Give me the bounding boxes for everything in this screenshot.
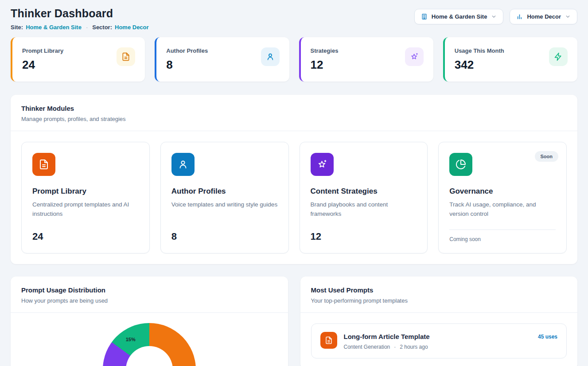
stat-value: 24 bbox=[22, 58, 63, 72]
module-title: Content Strategies bbox=[311, 187, 417, 196]
modules-subtitle: Manage prompts, profiles, and strategies bbox=[21, 116, 567, 122]
module-title: Governance bbox=[449, 187, 556, 196]
stat-card-strategies: Strategies 12 bbox=[299, 37, 433, 82]
chart-body: 15% bbox=[11, 323, 288, 366]
site-selector-label: Home & Garden Site bbox=[432, 13, 487, 20]
title-block: Thinker Dashboard Site: Home & Garden Si… bbox=[11, 7, 149, 31]
most-used-header: Most Used Prompts Your top-performing pr… bbox=[300, 276, 578, 313]
dashboard-page: Thinker Dashboard Site: Home & Garden Si… bbox=[0, 0, 588, 366]
sector-link[interactable]: Home Decor bbox=[115, 24, 149, 31]
separator-dot: · bbox=[86, 24, 88, 31]
prompts-body: Long-form Article Template Content Gener… bbox=[300, 313, 578, 366]
meta-separator: · bbox=[394, 344, 396, 350]
module-description: Track AI usage, compliance, and version … bbox=[449, 200, 556, 219]
module-description: Brand playbooks and content frameworks bbox=[311, 200, 417, 219]
bottom-row: Prompt Usage Distribution How your promp… bbox=[11, 276, 577, 366]
module-divider bbox=[449, 230, 556, 230]
building-icon bbox=[421, 13, 428, 20]
stat-card-author-profiles: Author Profiles 8 bbox=[155, 37, 289, 82]
module-card-content-strategies[interactable]: Content Strategies Brand playbooks and c… bbox=[300, 142, 428, 253]
module-count: 12 bbox=[311, 231, 417, 242]
list-item-prompt[interactable]: Long-form Article Template Content Gener… bbox=[311, 323, 567, 358]
prompt-usage-header: Prompt Usage Distribution How your promp… bbox=[11, 276, 288, 313]
stat-label: Strategies bbox=[311, 47, 339, 54]
stat-label: Prompt Library bbox=[22, 47, 63, 54]
prompt-uses-badge: 45 uses bbox=[538, 334, 557, 340]
most-used-title: Most Used Prompts bbox=[311, 286, 567, 294]
prompt-usage-title: Prompt Usage Distribution bbox=[21, 286, 277, 294]
prompt-meta: Content Generation · 2 hours ago bbox=[344, 344, 430, 350]
user-icon bbox=[261, 47, 280, 66]
most-used-panel: Most Used Prompts Your top-performing pr… bbox=[300, 276, 578, 366]
lightning-icon bbox=[549, 47, 568, 66]
star-sparkle-icon bbox=[311, 153, 334, 176]
coming-soon-label: Coming soon bbox=[449, 236, 556, 242]
prompt-time: 2 hours ago bbox=[400, 344, 428, 350]
stat-value: 342 bbox=[455, 58, 504, 72]
donut-segment-label: 15% bbox=[126, 337, 136, 342]
breadcrumb: Site: Home & Garden Site · Sector: Home … bbox=[11, 24, 149, 31]
page-title: Thinker Dashboard bbox=[11, 7, 149, 20]
prompt-usage-panel: Prompt Usage Distribution How your promp… bbox=[11, 276, 288, 366]
site-label: Site: bbox=[11, 24, 23, 31]
modules-panel: Thinker Modules Manage prompts, profiles… bbox=[11, 95, 577, 264]
prompt-title: Long-form Article Template bbox=[344, 333, 430, 340]
header: Thinker Dashboard Site: Home & Garden Si… bbox=[11, 7, 577, 31]
soon-badge: Soon bbox=[535, 151, 559, 162]
module-description: Voice templates and writing style guides bbox=[171, 200, 278, 210]
stat-text: Prompt Library 24 bbox=[22, 47, 63, 72]
star-sparkle-icon bbox=[405, 47, 424, 66]
module-card-governance[interactable]: Soon Governance Track AI usage, complian… bbox=[438, 142, 567, 253]
module-count: 8 bbox=[171, 231, 278, 242]
chevron-down-icon bbox=[565, 14, 571, 19]
sector-label: Sector: bbox=[92, 24, 112, 31]
stat-text: Strategies 12 bbox=[311, 47, 339, 72]
sector-selector-label: Home Decor bbox=[527, 13, 561, 20]
donut-chart: 15% bbox=[103, 323, 196, 366]
stat-text: Usage This Month 342 bbox=[455, 47, 504, 72]
modules-panel-header: Thinker Modules Manage prompts, profiles… bbox=[11, 95, 577, 131]
pie-chart-icon bbox=[449, 153, 472, 176]
stat-label: Usage This Month bbox=[455, 47, 504, 54]
sector-selector-dropdown[interactable]: Home Decor bbox=[510, 9, 577, 24]
module-title: Prompt Library bbox=[32, 187, 139, 196]
prompt-usage-subtitle: How your prompts are being used bbox=[21, 297, 277, 304]
document-icon bbox=[320, 332, 337, 349]
prompt-category: Content Generation bbox=[344, 344, 390, 350]
stat-label: Author Profiles bbox=[166, 47, 208, 54]
stat-text: Author Profiles 8 bbox=[166, 47, 208, 72]
stat-card-prompt-library: Prompt Library 24 bbox=[11, 37, 145, 82]
document-icon bbox=[117, 47, 135, 66]
modules-title: Thinker Modules bbox=[21, 105, 567, 112]
user-icon bbox=[171, 153, 195, 176]
modules-body: Prompt Library Centralized prompt templa… bbox=[11, 131, 577, 264]
prompt-info: Long-form Article Template Content Gener… bbox=[344, 332, 430, 350]
stats-row: Prompt Library 24 Author Profiles 8 Stra… bbox=[11, 37, 577, 82]
header-controls: Home & Garden Site Home Decor bbox=[414, 9, 577, 24]
site-link[interactable]: Home & Garden Site bbox=[26, 24, 82, 31]
bar-chart-icon bbox=[516, 13, 523, 20]
site-selector-dropdown[interactable]: Home & Garden Site bbox=[414, 9, 504, 24]
chevron-down-icon bbox=[491, 14, 497, 19]
module-card-author-profiles[interactable]: Author Profiles Voice templates and writ… bbox=[160, 142, 289, 253]
stat-value: 8 bbox=[166, 58, 208, 72]
module-description: Centralized prompt templates and AI inst… bbox=[32, 200, 139, 219]
document-icon bbox=[32, 153, 55, 176]
most-used-subtitle: Your top-performing prompt templates bbox=[311, 297, 567, 304]
module-count: 24 bbox=[32, 231, 139, 242]
module-card-prompt-library[interactable]: Prompt Library Centralized prompt templa… bbox=[21, 142, 150, 253]
module-title: Author Profiles bbox=[171, 187, 278, 196]
stat-value: 12 bbox=[311, 58, 339, 72]
stat-card-usage: Usage This Month 342 bbox=[443, 37, 577, 82]
